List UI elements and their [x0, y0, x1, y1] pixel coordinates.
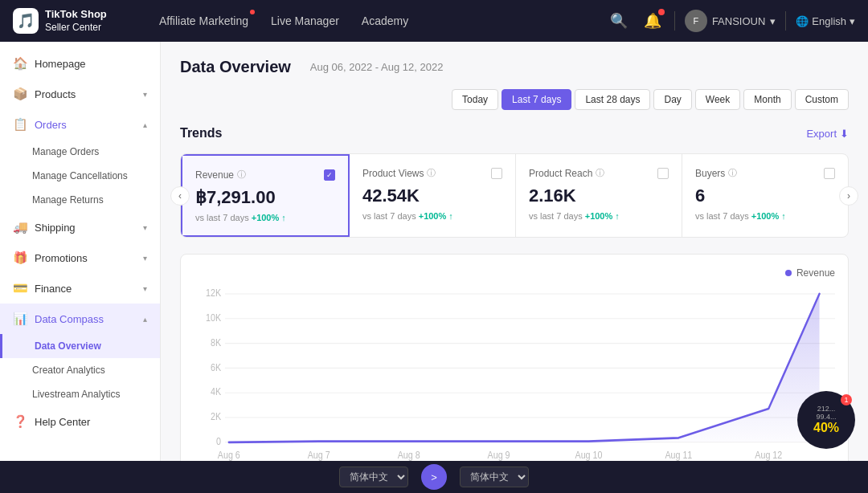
- metric-scroll-left[interactable]: ‹: [170, 186, 190, 206]
- sidebar-subitem-manage-cancellations[interactable]: Manage Cancellations: [0, 164, 160, 188]
- metric-cards: Revenue ⓘ ✓ ฿7,291.00 vs last 7 days +10…: [180, 153, 849, 238]
- sidebar-subitem-manage-orders[interactable]: Manage Orders: [0, 140, 160, 164]
- svg-text:Aug 10: Aug 10: [575, 450, 603, 460]
- chart-legend: Revenue: [194, 267, 835, 279]
- main-layout: 🏠 Homepage 📦 Products ▾ 📋 Orders ▴ Manag…: [0, 42, 868, 493]
- svg-text:12K: 12K: [206, 288, 221, 299]
- finance-chevron-icon: ▾: [143, 284, 147, 293]
- metric-card-views-header: Product Views ⓘ: [362, 167, 502, 179]
- sidebar-subitem-manage-returns[interactable]: Manage Returns: [0, 188, 160, 212]
- filter-month[interactable]: Month: [743, 89, 791, 110]
- notification-badge: [658, 9, 665, 15]
- sidebar-item-data-compass[interactable]: 📊 Data Compass ▴: [0, 304, 160, 334]
- language-selector[interactable]: 🌐 English ▾: [796, 15, 855, 27]
- info-icon-4: ⓘ: [728, 167, 737, 179]
- info-icon-2: ⓘ: [427, 167, 436, 179]
- sidebar-subitem-creator-analytics[interactable]: Creator Analytics: [0, 358, 160, 382]
- metric-reach-label: Product Reach ⓘ: [529, 167, 604, 179]
- floating-widget[interactable]: 212... 99.4... 40% 1: [797, 391, 855, 449]
- sidebar-item-finance[interactable]: 💳 Finance ▾: [0, 273, 160, 304]
- sidebar-subitem-livestream-analytics[interactable]: Livestream Analytics: [0, 382, 160, 406]
- data-compass-icon: 📊: [13, 312, 28, 326]
- svg-text:2K: 2K: [211, 412, 221, 422]
- lang-selector-left[interactable]: 简体中文: [339, 467, 408, 487]
- metric-views-label: Product Views ⓘ: [362, 167, 436, 179]
- help-center-icon: ❓: [13, 414, 28, 429]
- sidebar-item-homepage[interactable]: 🏠 Homepage: [0, 48, 160, 79]
- trend-up-icon-2: ↑: [448, 211, 453, 221]
- nav-live-manager[interactable]: Live Manager: [271, 11, 339, 31]
- sidebar-item-help-center[interactable]: ❓ Help Center: [0, 406, 160, 437]
- svg-text:Aug 9: Aug 9: [488, 450, 510, 460]
- filter-custom[interactable]: Custom: [795, 89, 849, 110]
- nav-divider-2: [785, 11, 786, 31]
- metric-buyers-label: Buyers ⓘ: [695, 167, 737, 179]
- sidebar-subitem-data-overview[interactable]: Data Overview: [0, 334, 160, 358]
- svg-text:Aug 6: Aug 6: [218, 450, 240, 460]
- metric-views-checkbox[interactable]: [491, 168, 502, 179]
- sidebar-item-products[interactable]: 📦 Products ▾: [0, 79, 160, 109]
- shipping-chevron-icon: ▾: [143, 223, 147, 232]
- nav-divider: [674, 11, 675, 31]
- trends-title: Trends: [180, 126, 222, 141]
- page-header: Data Overview Aug 06, 2022 - Aug 12, 202…: [180, 58, 849, 110]
- metric-card-product-views[interactable]: Product Views ⓘ 42.54K vs last 7 days +1…: [350, 154, 516, 237]
- filter-day[interactable]: Day: [653, 89, 691, 110]
- user-menu[interactable]: F FANSIOUN ▾: [685, 10, 776, 32]
- trends-header: Trends Export ⬇: [180, 126, 849, 141]
- metric-reach-checkbox[interactable]: [657, 168, 669, 179]
- metric-views-compare: vs last 7 days +100% ↑: [362, 211, 502, 221]
- tiktok-logo-icon: 🎵: [13, 8, 39, 34]
- filter-last7days[interactable]: Last 7 days: [502, 89, 571, 110]
- logo-bottom: Seller Center: [45, 22, 107, 35]
- metric-buyers-compare: vs last 7 days +100% ↑: [695, 211, 835, 221]
- floating-percent: 40%: [813, 421, 839, 435]
- filter-last28days[interactable]: Last 28 days: [575, 89, 650, 110]
- trend-up-icon-4: ↑: [781, 211, 786, 221]
- metric-buyers-checkbox[interactable]: [824, 168, 835, 179]
- metric-card-product-reach[interactable]: Product Reach ⓘ 2.16K vs last 7 days +10…: [516, 154, 682, 237]
- user-name: FANSIOUN: [712, 15, 765, 27]
- sidebar-item-shipping[interactable]: 🚚 Shipping ▾: [0, 212, 160, 242]
- nav-affiliate-marketing[interactable]: Affiliate Marketing: [159, 11, 248, 31]
- search-button[interactable]: 🔍: [607, 9, 631, 33]
- metric-card-buyers-header: Buyers ⓘ: [695, 167, 835, 179]
- nav-right: 🔍 🔔 F FANSIOUN ▾ 🌐 English ▾: [607, 9, 855, 33]
- sidebar-item-promotions[interactable]: 🎁 Promotions ▾: [0, 242, 160, 273]
- metric-scroll-right[interactable]: ›: [839, 186, 858, 206]
- logo[interactable]: 🎵 TikTok Shop Seller Center: [13, 8, 133, 34]
- info-icon-3: ⓘ: [596, 167, 604, 179]
- products-icon: 📦: [13, 87, 28, 101]
- metric-reach-compare: vs last 7 days +100% ↑: [529, 211, 669, 221]
- metric-revenue-checkbox[interactable]: ✓: [324, 169, 335, 181]
- metric-views-value: 42.54K: [362, 185, 502, 206]
- filter-today[interactable]: Today: [452, 89, 498, 110]
- sidebar-item-orders[interactable]: 📋 Orders ▴: [0, 109, 160, 140]
- floating-line2: 99.4...: [816, 413, 836, 421]
- main-content: Data Overview Aug 06, 2022 - Aug 12, 202…: [161, 42, 868, 493]
- info-icon: ⓘ: [237, 169, 246, 181]
- filter-week[interactable]: Week: [695, 89, 740, 110]
- metric-card-buyers[interactable]: Buyers ⓘ 6 vs last 7 days +100% ↑: [682, 154, 848, 237]
- nav-dot: [250, 10, 255, 14]
- promotions-chevron-icon: ▾: [143, 254, 147, 263]
- products-chevron-icon: ▾: [143, 90, 147, 99]
- legend-dot: [785, 270, 792, 276]
- floating-badge: 1: [841, 394, 852, 405]
- metric-card-reach-header: Product Reach ⓘ: [529, 167, 669, 179]
- promotions-icon: 🎁: [13, 251, 28, 265]
- shipping-icon: 🚚: [13, 220, 28, 234]
- svg-text:6K: 6K: [211, 362, 221, 373]
- metric-card-revenue[interactable]: Revenue ⓘ ✓ ฿7,291.00 vs last 7 days +10…: [181, 154, 350, 237]
- lang-selector-right[interactable]: 简体中文: [460, 467, 529, 487]
- metric-revenue-label: Revenue ⓘ: [195, 169, 246, 181]
- export-button[interactable]: Export ⬇: [806, 128, 849, 140]
- orders-icon: 📋: [13, 117, 28, 132]
- notifications-button[interactable]: 🔔: [641, 9, 665, 33]
- metric-card-revenue-header: Revenue ⓘ ✓: [195, 169, 335, 181]
- nav-academy[interactable]: Academy: [362, 11, 408, 31]
- chart-area: 12K 10K 8K 6K 4K 2K 0 Aug 6 Aug 7: [194, 285, 835, 462]
- svg-text:0: 0: [216, 437, 221, 447]
- svg-text:Aug 8: Aug 8: [398, 450, 420, 460]
- lang-arrow-button[interactable]: >: [421, 464, 447, 490]
